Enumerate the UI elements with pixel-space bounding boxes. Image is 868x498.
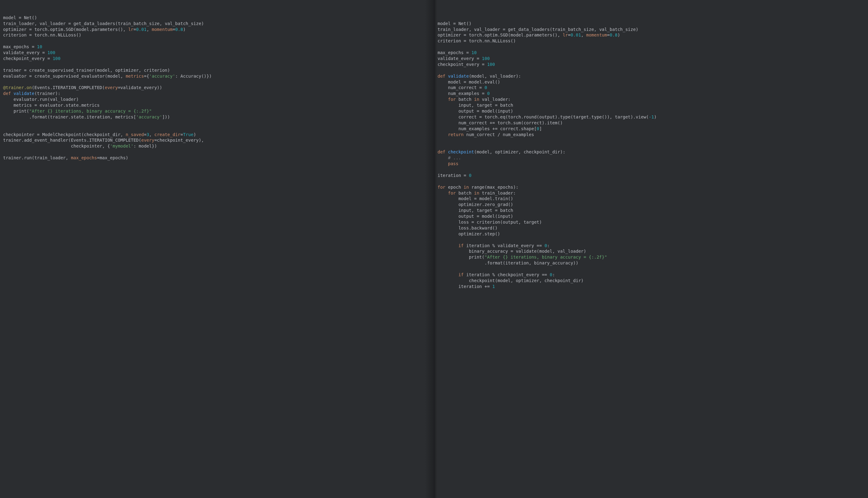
- code-token: for: [448, 97, 458, 102]
- code-token: ,: [518, 149, 521, 154]
- code-token: .format(trainer.state.iteration: [3, 115, 110, 119]
- code-token: ==: [537, 243, 542, 248]
- left-code-line: def validate(trainer):: [3, 91, 431, 96]
- code-token: val_loader): [555, 249, 586, 254]
- code-token: print(: [3, 108, 29, 114]
- code-token: (trainer):: [34, 91, 60, 96]
- code-token: =: [29, 74, 31, 79]
- right-code-line: [438, 167, 865, 173]
- code-token: create_supervised_evaluator(model: [32, 74, 121, 79]
- code-token: Net(): [456, 21, 472, 26]
- code-token: optimizer: [492, 149, 518, 154]
- code-token: model}): [136, 144, 157, 148]
- code-token: =: [34, 103, 37, 108]
- code-token: 'accuracy': [136, 115, 162, 119]
- code-token: =: [482, 62, 484, 67]
- code-token: num_examples: [438, 126, 492, 131]
- code-token: 'mymodel': [110, 144, 134, 148]
- code-token: iteration: [438, 173, 464, 178]
- code-token: ,: [469, 27, 471, 32]
- code-token: output: [438, 214, 477, 219]
- code-token: 0.01: [136, 27, 147, 32]
- code-token: %: [492, 272, 495, 277]
- code-token: 10: [37, 44, 42, 49]
- right-code-line: iteration += 1: [438, 284, 865, 289]
- code-token: output: [438, 108, 477, 114]
- right-code-line: output = model(input): [438, 213, 865, 219]
- code-token: torch.optim.SGD(model.parameters(): [32, 27, 123, 32]
- code-token: :: [133, 144, 136, 148]
- code-token: ,: [139, 68, 141, 73]
- right-code-line: max_epochs = 10: [438, 50, 865, 56]
- code-token: 0: [487, 91, 490, 96]
- left-code-line: [3, 62, 431, 67]
- code-token: validate_every: [438, 56, 477, 61]
- code-token: =: [464, 38, 466, 43]
- code-token: evaluator.run(val_loader): [3, 97, 79, 102]
- code-token: correct.shape[: [497, 126, 536, 131]
- code-token: checkpoint_dir):: [521, 149, 565, 154]
- right-code-pane[interactable]: model = Net()train_loader, val_loader = …: [435, 0, 868, 498]
- left-code-line: .format(trainer.state.iteration, metrics…: [3, 114, 431, 120]
- code-token: [490, 284, 492, 289]
- code-token: =: [474, 196, 477, 201]
- code-token: checkpoint_dir): [542, 278, 584, 283]
- code-token: criterion: [438, 38, 464, 43]
- code-token: batch: [458, 191, 474, 196]
- code-token: train_loader: [438, 27, 469, 32]
- code-token: def: [438, 74, 448, 79]
- code-token: range(max_epochs):: [471, 185, 518, 189]
- code-token: [34, 44, 37, 49]
- code-token: ,: [160, 21, 162, 26]
- code-token: :: [547, 243, 550, 248]
- code-token: =: [464, 79, 466, 84]
- code-token: 100: [47, 50, 55, 55]
- right-code-line: validate_every = 100: [438, 56, 865, 62]
- code-token: (Events.ITERATION_COMPLETED(: [32, 85, 105, 90]
- left-code-line: model = Net(): [3, 15, 431, 21]
- code-token: .format(iteration: [438, 260, 529, 265]
- left-code-line: validate_every = 100: [3, 50, 431, 56]
- code-token: max_epochs: [71, 155, 97, 160]
- code-token: [560, 32, 563, 37]
- code-token: checkpoint_every: [438, 62, 482, 67]
- code-token: =: [47, 56, 50, 61]
- code-token: evaluator.state.metrics: [37, 103, 100, 108]
- code-token: [438, 132, 448, 137]
- code-token: =: [479, 115, 482, 119]
- code-token: lr: [563, 32, 568, 37]
- code-token: model: [438, 79, 464, 84]
- code-token: validate_every: [3, 50, 42, 55]
- code-token: model(input): [479, 108, 513, 114]
- code-token: ,: [490, 149, 492, 154]
- right-code-line: for batch in train_loader:: [438, 190, 865, 196]
- code-token: =: [144, 132, 146, 137]
- code-token: 0: [537, 126, 539, 131]
- code-token: loss: [438, 220, 472, 225]
- code-token: 'accuracy': [149, 74, 175, 79]
- left-code-line: checkpoint_every = 100: [3, 56, 431, 62]
- code-token: =: [479, 85, 482, 90]
- right-code-line: for batch in val_loader:: [438, 96, 865, 102]
- code-token: model: [3, 15, 19, 20]
- code-token: get_data_loaders(train_batch_size: [71, 21, 160, 26]
- code-token: ,: [581, 32, 583, 37]
- code-token: -1: [649, 115, 654, 119]
- left-code-block: model = Net()train_loader, val_loader = …: [3, 15, 431, 161]
- code-token: 0: [469, 173, 471, 178]
- code-token: 0: [484, 85, 487, 90]
- code-token: ,: [610, 115, 612, 119]
- right-code-line: pass: [438, 161, 865, 167]
- code-token: ==: [542, 272, 547, 277]
- code-token: pass: [448, 161, 458, 166]
- right-code-line: print("After {} iterations, binary accur…: [438, 254, 865, 260]
- code-token: ,: [484, 74, 487, 79]
- code-token: torch.sum(correct).item(): [495, 120, 563, 125]
- right-code-line: model = model.train(): [438, 196, 865, 202]
- left-code-pane[interactable]: model = Net()train_loader, val_loader = …: [0, 0, 435, 498]
- code-token: =: [29, 32, 31, 37]
- code-token: ,: [471, 103, 474, 108]
- left-code-line: max_epochs = 10: [3, 44, 431, 50]
- code-token: [469, 50, 471, 55]
- left-code-line: metrics = evaluator.state.metrics: [3, 102, 431, 108]
